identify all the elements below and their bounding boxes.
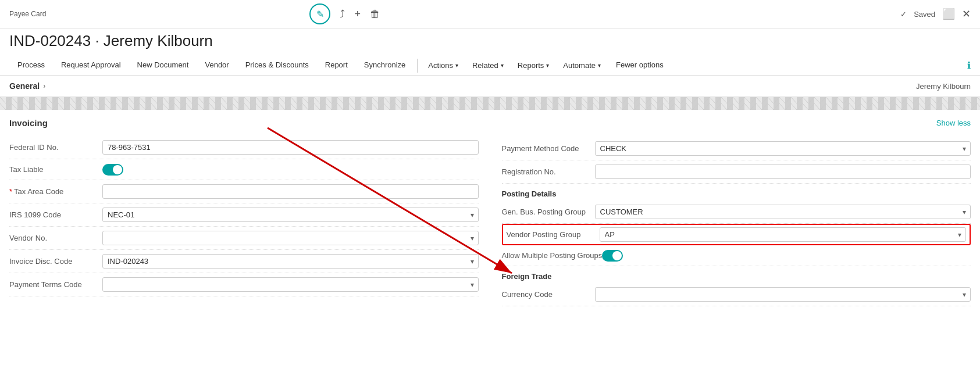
share-icon[interactable]: ⤴	[340, 8, 345, 20]
show-less-btn[interactable]: Show less	[936, 119, 971, 127]
tax-area-code-row: *Tax Area Code	[9, 180, 479, 203]
saved-label: Saved	[914, 10, 935, 19]
required-star: *	[9, 187, 12, 196]
vendor-no-row: Vendor No.	[9, 227, 479, 250]
nav-new-document[interactable]: New Document	[129, 56, 197, 75]
irs-1099-select[interactable]: NEC-01	[102, 207, 479, 222]
registration-no-row: Registration No.	[502, 160, 971, 184]
breadcrumb: Payee Card	[9, 10, 46, 18]
registration-no-value	[595, 164, 971, 179]
vendor-no-label: Vendor No.	[9, 234, 102, 242]
tax-liable-toggle[interactable]	[102, 164, 123, 176]
tax-area-code-input[interactable]	[102, 184, 479, 199]
payment-terms-select[interactable]	[102, 277, 479, 292]
currency-code-label: Currency Code	[502, 290, 595, 299]
registration-no-input[interactable]	[595, 164, 971, 179]
irs-1099-value: NEC-01	[102, 207, 479, 222]
left-column: Federal ID No. Tax Liable *Tax Area Code	[9, 136, 479, 306]
section-title: General ›	[9, 81, 45, 91]
nav-actions[interactable]: Actions▾	[421, 56, 465, 74]
invoice-disc-value: IND-020243	[102, 254, 479, 269]
payment-method-row: Payment Method Code CHECK	[502, 137, 971, 160]
federal-id-row: Federal ID No.	[9, 136, 479, 159]
add-icon[interactable]: +	[354, 8, 361, 20]
nav-separator	[417, 59, 418, 73]
foreign-trade-heading: Foreign Trade	[502, 266, 971, 283]
payment-terms-label: Payment Terms Code	[9, 280, 102, 289]
nav-bar: Process Request Approval New Document Ve…	[0, 56, 980, 76]
right-column: Payment Method Code CHECK Registration N…	[502, 136, 971, 306]
allow-multiple-posting-label: Allow Multiple Posting Groups	[502, 251, 603, 260]
gen-bus-posting-label: Gen. Bus. Posting Group	[502, 207, 595, 216]
form-grid: Federal ID No. Tax Liable *Tax Area Code	[9, 136, 971, 306]
delete-icon[interactable]: 🗑	[370, 8, 380, 20]
payment-method-select[interactable]: CHECK	[595, 141, 971, 156]
federal-id-value	[102, 140, 479, 155]
tax-liable-value	[102, 164, 479, 176]
invoice-disc-select[interactable]: IND-020243	[102, 254, 479, 269]
nav-process[interactable]: Process	[9, 56, 53, 75]
nav-reports[interactable]: Reports▾	[511, 56, 557, 74]
invoice-disc-row: Invoice Disc. Code IND-020243	[9, 250, 479, 273]
nav-vendor[interactable]: Vendor	[197, 56, 237, 75]
info-icon[interactable]: ℹ	[967, 60, 971, 71]
invoicing-title: Invoicing	[9, 118, 48, 128]
page-title: IND-020243 · Jeremy Kilbourn	[0, 28, 980, 56]
tax-area-code-value	[102, 184, 479, 199]
invoice-disc-label: Invoice Disc. Code	[9, 257, 102, 266]
currency-code-select[interactable]	[595, 287, 971, 302]
posting-details-heading: Posting Details	[502, 184, 971, 201]
federal-id-label: Federal ID No.	[9, 143, 102, 152]
gen-bus-posting-row: Gen. Bus. Posting Group CUSTOMER	[502, 201, 971, 224]
payment-terms-row: Payment Terms Code	[9, 273, 479, 296]
currency-code-row: Currency Code	[502, 283, 971, 306]
allow-multiple-posting-toggle[interactable]	[602, 250, 623, 262]
payment-terms-value	[102, 277, 479, 292]
vendor-posting-group-select[interactable]: AP	[600, 227, 967, 242]
allow-multiple-posting-value	[602, 250, 971, 262]
vendor-posting-group-row: Vendor Posting Group AP	[502, 224, 971, 245]
nav-automate[interactable]: Automate▾	[556, 56, 608, 74]
nav-request-approval[interactable]: Request Approval	[53, 56, 129, 75]
zigzag-decoration	[0, 97, 980, 110]
vendor-posting-group-value: AP	[600, 227, 967, 242]
federal-id-input[interactable]	[102, 140, 479, 155]
edit-icon[interactable]: ✎	[309, 3, 330, 24]
vendor-no-select[interactable]	[102, 231, 479, 245]
tax-liable-row: Tax Liable	[9, 159, 479, 180]
collapse-icon[interactable]: ✕	[962, 8, 971, 20]
allow-multiple-posting-row: Allow Multiple Posting Groups	[502, 245, 971, 266]
invoicing-section: Invoicing Show less Federal ID No. Tax L…	[0, 110, 980, 314]
vendor-posting-group-label: Vendor Posting Group	[507, 230, 600, 239]
payment-method-value: CHECK	[595, 141, 971, 156]
tax-area-code-label: *Tax Area Code	[9, 187, 102, 196]
nav-prices-discounts[interactable]: Prices & Discounts	[237, 56, 317, 75]
irs-1099-label: IRS 1099 Code	[9, 210, 102, 219]
payment-method-label: Payment Method Code	[502, 144, 595, 153]
check-icon: ✓	[900, 10, 907, 19]
gen-bus-posting-value: CUSTOMER	[595, 205, 971, 219]
nav-report[interactable]: Report	[317, 56, 356, 75]
tax-liable-label: Tax Liable	[9, 165, 102, 174]
irs-1099-row: IRS 1099 Code NEC-01	[9, 203, 479, 227]
currency-code-value	[595, 287, 971, 302]
section-header: General › Jeremy Kilbourn	[0, 76, 980, 97]
vendor-no-value	[102, 231, 479, 245]
section-badge: Jeremy Kilbourn	[916, 82, 971, 91]
top-icons: ✎ ⤴ + 🗑	[309, 3, 380, 24]
top-right: ✓ Saved ⬜ ✕	[900, 8, 971, 20]
gen-bus-posting-select[interactable]: CUSTOMER	[595, 205, 971, 219]
expand-icon[interactable]: ⬜	[942, 8, 955, 20]
nav-fewer-options[interactable]: Fewer options	[608, 56, 672, 75]
nav-related[interactable]: Related▾	[465, 56, 511, 74]
nav-synchronize[interactable]: Synchronize	[356, 56, 414, 75]
registration-no-label: Registration No.	[502, 167, 595, 176]
